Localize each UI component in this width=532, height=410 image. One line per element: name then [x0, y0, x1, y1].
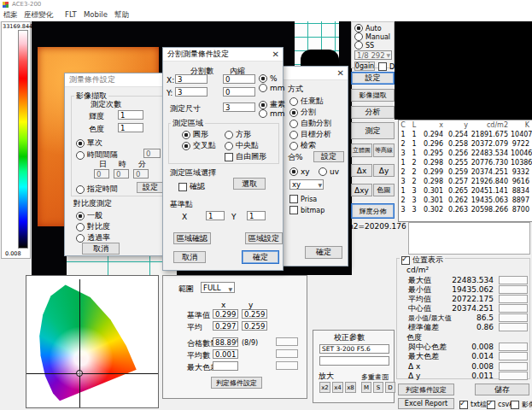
auto-split-radio[interactable]: [289, 120, 298, 128]
method-dialog-titlebar[interactable]: ✕: [283, 67, 348, 80]
table-row[interactable]: 210.2960.25820372.0799722: [399, 139, 532, 149]
delta-y-button[interactable]: Δy: [373, 164, 395, 177]
csv-checkbox[interactable]: [487, 401, 495, 409]
zoom-x2-button[interactable]: x2: [319, 382, 330, 393]
pass-count-field[interactable]: 88.89%: [213, 337, 238, 347]
table-row[interactable]: 310.2950.25622483.53410046: [399, 149, 532, 158]
interval-field[interactable]: 0: [143, 149, 161, 158]
interval-option[interactable]: 時間間隔: [76, 149, 118, 161]
free-shape-checkbox[interactable]: [225, 153, 233, 161]
base-x-field[interactable]: 1: [206, 211, 225, 220]
exposure-auto-option[interactable]: Auto: [354, 24, 382, 32]
square-option[interactable]: 方形: [225, 129, 251, 140]
inset-pct-option[interactable]: %: [259, 74, 278, 83]
single-radio[interactable]: [76, 139, 85, 148]
preview-image[interactable]: [395, 21, 532, 120]
size-mm-option[interactable]: mm: [259, 109, 285, 118]
contour-button[interactable]: 等高線: [373, 144, 395, 157]
trans-radio[interactable]: [76, 234, 85, 243]
pixel-radio[interactable]: [259, 101, 267, 109]
coord-select[interactable]: xy▼: [289, 179, 324, 190]
save-button[interactable]: 儲存: [475, 384, 529, 395]
delta-x-button[interactable]: Δx: [351, 164, 372, 177]
search-option[interactable]: 檢索: [289, 140, 316, 151]
chroma-count-field[interactable]: 1: [118, 123, 143, 132]
exposure-manual-option[interactable]: Manual: [354, 32, 390, 41]
avg-y-field[interactable]: 0.259: [242, 321, 267, 331]
close-icon[interactable]: ✕: [272, 48, 279, 61]
div-y-field[interactable]: 3: [175, 87, 208, 97]
time-set-button[interactable]: 設定: [137, 182, 164, 193]
calib-set-field-2[interactable]: [319, 356, 389, 366]
pct-radio[interactable]: [259, 74, 267, 83]
avg-x-field[interactable]: 0.297: [213, 321, 238, 331]
zoom-x8-button[interactable]: x8: [345, 382, 356, 393]
circle-option[interactable]: 圓形: [182, 129, 208, 140]
colormap-button[interactable]: 色圖: [373, 184, 395, 196]
judge-condition-button[interactable]: 判定條件設定: [211, 377, 262, 389]
ref-x-field[interactable]: 0.299: [213, 309, 238, 319]
xy-radio[interactable]: [289, 167, 298, 176]
split-radio[interactable]: [289, 108, 298, 117]
stats-judge-button[interactable]: 判定條件設定: [398, 384, 454, 395]
solid-view-button[interactable]: 立體圖: [351, 144, 372, 157]
inset-mm-option[interactable]: mm: [259, 84, 285, 92]
split-cancel-button[interactable]: 取消: [173, 251, 206, 263]
menu-help[interactable]: 幫助: [114, 10, 129, 20]
table-row[interactable]: 120.2980.25520776.73010386: [399, 158, 532, 167]
free-shape-option[interactable]: 自由圖形: [225, 151, 266, 162]
image-file-option[interactable]: 影像檔: [511, 400, 532, 409]
dr-checkbox[interactable]: [378, 62, 387, 71]
table-row[interactable]: 330.3020.26320598.2668700: [399, 205, 532, 214]
center-option[interactable]: 中央點: [225, 140, 259, 151]
bitmap-checkbox[interactable]: [289, 206, 298, 214]
area-confirm-button[interactable]: 區域確認: [173, 232, 211, 244]
shutter-select[interactable]: 1/8 292▼: [354, 50, 392, 60]
table-row[interactable]: 220.2990.25920374.2519332: [399, 167, 532, 177]
cross-option[interactable]: 交叉點: [182, 140, 216, 151]
position-checkbox[interactable]: [401, 256, 410, 265]
circle-radio[interactable]: [182, 131, 190, 139]
area-set-button[interactable]: 區域設定: [245, 232, 283, 244]
maxdiff-field[interactable]: [213, 361, 238, 371]
multi-s-button[interactable]: S: [373, 382, 383, 393]
exposure-ss-option[interactable]: SS: [354, 41, 374, 50]
colorbar-gradient[interactable]: [18, 30, 28, 249]
prisa-checkbox[interactable]: [289, 195, 298, 203]
cross-radio[interactable]: [182, 142, 190, 150]
result-listbox[interactable]: [408, 222, 530, 255]
ref-y-field[interactable]: 0.259: [242, 309, 267, 319]
multi-m-button[interactable]: M: [361, 382, 371, 393]
txt-file-option[interactable]: txt檔: [459, 400, 487, 409]
measure-dialog-titlebar[interactable]: 測量條件設定: [65, 73, 174, 87]
size-mm-radio[interactable]: [259, 109, 267, 118]
menu-file[interactable]: 檔案: [3, 10, 18, 20]
table-row[interactable]: 320.2980.25721926.8409616: [399, 177, 532, 186]
center-radio[interactable]: [225, 142, 233, 150]
contrast-option[interactable]: 對比度: [76, 221, 110, 232]
range-select[interactable]: FULL▼: [201, 282, 235, 293]
timed-option[interactable]: 指定時間: [76, 184, 118, 195]
ss-radio[interactable]: [354, 41, 363, 50]
mm-radio[interactable]: [259, 84, 267, 92]
menu-coord[interactable]: 座標變化: [24, 10, 53, 20]
search-radio[interactable]: [289, 142, 298, 150]
contrast-radio[interactable]: [76, 223, 85, 231]
day-field[interactable]: 0: [94, 169, 109, 179]
menu-flt[interactable]: FLT: [65, 10, 77, 20]
capture-button[interactable]: 影像擷取: [351, 89, 395, 102]
close-icon[interactable]: ✕: [337, 67, 344, 79]
measurement-table[interactable]: CLxycd/m2K110.2940.25421891.67510407210.…: [398, 120, 532, 222]
cie-diagram-panel[interactable]: [26, 275, 159, 408]
single-option[interactable]: 單次: [76, 138, 102, 149]
table-row[interactable]: 230.3010.26219435.0638897: [399, 196, 532, 205]
menu-mobile[interactable]: Mobile: [84, 10, 108, 20]
any-point-radio[interactable]: [289, 97, 298, 106]
hour-field[interactable]: 0: [114, 169, 129, 179]
general-option[interactable]: 一般: [76, 210, 102, 221]
calib-set-field[interactable]: SET 3-200 F5.6: [319, 344, 389, 354]
dr-option[interactable]: DR: [378, 62, 400, 71]
uv-option[interactable]: uv: [319, 167, 339, 176]
method-set-button[interactable]: 設定: [313, 151, 344, 162]
bitmap-option[interactable]: bitmap: [289, 206, 324, 214]
